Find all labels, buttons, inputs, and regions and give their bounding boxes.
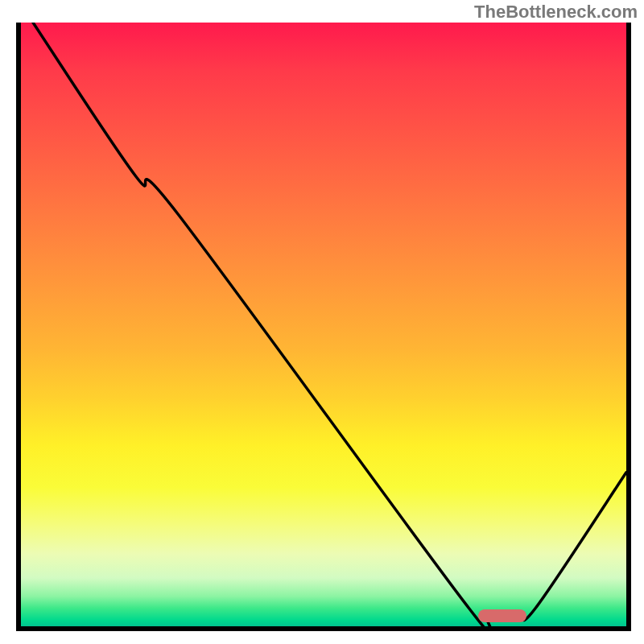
curve-svg <box>21 23 626 626</box>
plot-frame <box>16 23 631 631</box>
optimum-marker <box>478 609 526 622</box>
watermark-text: TheBottleneck.com <box>474 2 638 23</box>
bottleneck-curve-path <box>33 23 626 626</box>
plot-area <box>21 23 626 626</box>
